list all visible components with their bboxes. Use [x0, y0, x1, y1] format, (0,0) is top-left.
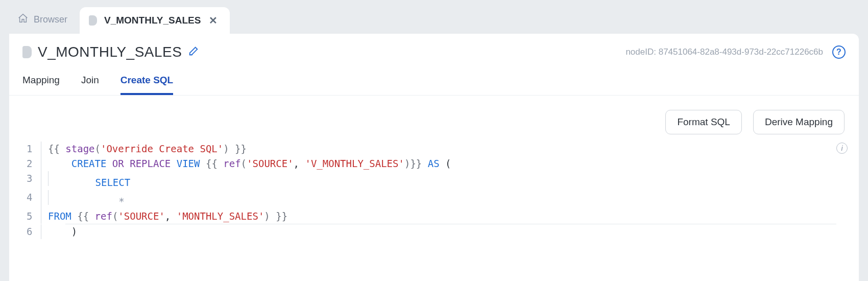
- page-root: Browser V_MONTHLY_SALES ✕ V_MONTHLY_SALE…: [0, 0, 868, 281]
- code-line: 6 ): [27, 224, 848, 239]
- line-number: 2: [27, 156, 41, 171]
- tab-create-sql[interactable]: Create SQL: [120, 75, 173, 95]
- code-line: 3 SELECT: [27, 171, 848, 190]
- gutter: [41, 224, 46, 239]
- help-icon[interactable]: ?: [832, 45, 846, 59]
- node-icon: [22, 46, 32, 58]
- tab-browser-label: Browser: [34, 14, 67, 25]
- code[interactable]: ): [48, 224, 848, 239]
- sql-editor[interactable]: i 1 {{ stage('Override Create SQL') }} 2…: [9, 142, 859, 239]
- tab-active-label: V_MONTHLY_SALES: [104, 15, 201, 26]
- header-row: V_MONTHLY_SALES nodeID: 87451064-82a8-49…: [9, 34, 859, 64]
- close-icon[interactable]: ✕: [208, 14, 219, 27]
- code[interactable]: {{ stage('Override Create SQL') }}: [48, 142, 848, 156]
- info-icon[interactable]: i: [836, 143, 848, 154]
- code-line: 1 {{ stage('Override Create SQL') }}: [27, 142, 848, 156]
- gutter: [41, 171, 46, 190]
- meta-wrap: nodeID: 87451064-82a8-493d-973d-22cc7122…: [625, 45, 846, 59]
- node-id: nodeID: 87451064-82a8-493d-973d-22cc7122…: [625, 47, 823, 57]
- gutter: [41, 190, 46, 209]
- tab-bar: Browser V_MONTHLY_SALES ✕: [9, 5, 859, 34]
- code[interactable]: SELECT: [48, 171, 848, 190]
- subtab-bar: Mapping Join Create SQL: [9, 64, 859, 96]
- gutter: [41, 142, 46, 156]
- home-icon: [17, 13, 29, 27]
- code[interactable]: *: [48, 190, 848, 209]
- page-title: V_MONTHLY_SALES: [38, 44, 182, 60]
- line-number: 6: [27, 224, 41, 239]
- main-panel: V_MONTHLY_SALES nodeID: 87451064-82a8-49…: [9, 34, 859, 281]
- gutter: [41, 209, 46, 224]
- code[interactable]: CREATE OR REPLACE VIEW {{ ref('SOURCE', …: [48, 156, 848, 171]
- tab-mapping[interactable]: Mapping: [22, 75, 60, 95]
- code-line: 4 *: [27, 190, 848, 209]
- node-icon: [89, 15, 97, 26]
- derive-mapping-button[interactable]: Derive Mapping: [753, 110, 845, 134]
- code-line: 5 FROM {{ ref('SOURCE', 'MONTHLY_SALES')…: [27, 209, 848, 224]
- code[interactable]: FROM {{ ref('SOURCE', 'MONTHLY_SALES') }…: [48, 209, 848, 224]
- line-number: 4: [27, 190, 41, 205]
- format-sql-button[interactable]: Format SQL: [665, 110, 741, 134]
- title-wrap: V_MONTHLY_SALES: [22, 44, 199, 60]
- tab-browser[interactable]: Browser: [9, 6, 80, 34]
- editor-toolbar: Format SQL Derive Mapping: [9, 96, 859, 142]
- code-line: 2 CREATE OR REPLACE VIEW {{ ref('SOURCE'…: [27, 156, 848, 171]
- line-number: 3: [27, 171, 41, 186]
- line-number: 5: [27, 209, 41, 224]
- gutter: [41, 156, 46, 171]
- line-number: 1: [27, 142, 41, 156]
- edit-title-button[interactable]: [188, 45, 199, 59]
- tab-join[interactable]: Join: [81, 75, 99, 95]
- tab-active[interactable]: V_MONTHLY_SALES ✕: [80, 7, 230, 34]
